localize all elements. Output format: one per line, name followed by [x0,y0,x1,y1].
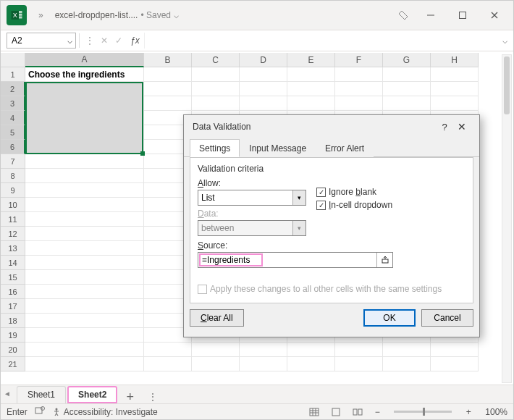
cell[interactable] [144,96,192,111]
zoom-slider[interactable] [394,411,452,413]
row-header[interactable]: 11 [1,212,25,227]
row-header[interactable]: 18 [1,314,25,328]
row-header[interactable]: 7 [1,154,25,169]
dialog-close-button[interactable]: ✕ [453,121,471,133]
row-header[interactable]: 16 [1,285,25,299]
row-header[interactable]: 9 [1,183,25,198]
cancel-formula-icon[interactable]: ✕ [97,35,111,46]
row-header[interactable]: 17 [1,299,25,314]
cell[interactable] [431,96,479,111]
cell[interactable] [25,241,144,256]
close-button[interactable] [479,4,510,27]
cell[interactable] [431,357,479,371]
cell[interactable] [25,357,144,371]
cell[interactable] [240,343,287,357]
cell[interactable]: Choose the ingredients [25,67,144,82]
accessibility-button[interactable]: Accessibility: Investigate [52,407,158,417]
sheet-tab[interactable]: Sheet1 [17,386,66,403]
row-header[interactable]: 14 [1,256,25,270]
cell[interactable] [383,96,431,111]
vertical-scrollbar[interactable] [502,54,512,383]
fx-label[interactable]: ƒx [126,35,144,46]
cell[interactable] [383,357,431,371]
select-all-corner[interactable] [1,53,25,67]
cell[interactable] [25,169,144,183]
cell[interactable] [431,343,479,357]
cell[interactable] [240,82,287,96]
cell[interactable] [25,227,144,241]
cell[interactable] [240,67,287,82]
expand-formula-icon[interactable]: ⌵ [500,35,513,46]
chevron-down-icon[interactable]: ⌵ [64,35,75,46]
cell[interactable] [431,67,479,82]
cell[interactable] [335,343,383,357]
row-header[interactable]: 6 [1,140,25,154]
cell[interactable] [25,256,144,270]
row-header[interactable]: 19 [1,328,25,343]
incell-dropdown-checkbox[interactable]: ✓ In-cell dropdown [316,200,392,210]
row-header[interactable]: 13 [1,241,25,256]
column-header[interactable]: F [335,53,383,67]
cell[interactable] [25,198,144,212]
cell[interactable] [335,357,383,371]
cell[interactable] [287,357,335,371]
row-header[interactable]: 8 [1,169,25,183]
chevron-down-icon[interactable]: ⌵ [174,10,179,20]
allow-combo[interactable]: List ▾ [198,190,306,206]
row-header[interactable]: 21 [1,357,25,371]
cell[interactable] [192,82,240,96]
enter-formula-icon[interactable]: ✓ [111,35,126,46]
cell[interactable] [144,357,192,371]
row-header[interactable]: 2 [1,82,25,96]
minimize-button[interactable] [415,4,447,27]
column-header[interactable]: B [144,53,192,67]
normal-view-icon[interactable] [307,406,321,418]
cell[interactable] [287,96,335,111]
document-name[interactable]: excel-dropdpen-list.... [55,10,138,20]
quick-action-icon[interactable] [392,4,415,27]
zoom-level[interactable]: 100% [485,407,507,417]
column-header[interactable]: H [431,53,479,67]
name-box[interactable]: A2 ⌵ [7,33,76,49]
cell[interactable] [240,96,287,111]
formula-input[interactable] [144,33,500,49]
row-header[interactable]: 20 [1,343,25,357]
cell[interactable] [144,343,192,357]
cell[interactable] [25,125,144,140]
column-header[interactable]: D [240,53,287,67]
new-sheet-button[interactable]: + [119,390,141,403]
source-input[interactable] [199,253,263,266]
tab-scroll-left-icon[interactable]: ◄ [4,390,12,398]
sheet-tab[interactable]: Sheet2 [67,386,117,403]
row-header[interactable]: 4 [1,111,25,125]
ok-button[interactable]: OK [363,309,416,327]
cell[interactable] [192,357,240,371]
cell[interactable] [383,343,431,357]
cell[interactable] [25,270,144,285]
cell[interactable] [431,82,479,96]
column-header[interactable]: A [25,53,144,67]
cell[interactable] [25,343,144,357]
cell[interactable] [287,343,335,357]
scrollbar-thumb[interactable] [504,56,510,114]
row-header[interactable]: 5 [1,125,25,140]
row-header[interactable]: 3 [1,96,25,111]
row-header[interactable]: 10 [1,198,25,212]
column-header[interactable]: C [192,53,240,67]
tab-settings[interactable]: Settings [190,139,240,157]
page-layout-view-icon[interactable] [329,406,343,418]
cell[interactable] [25,154,144,169]
cell[interactable] [192,343,240,357]
cell[interactable] [383,82,431,96]
cell[interactable] [144,67,192,82]
cell[interactable] [144,82,192,96]
cancel-button[interactable]: Cancel [421,309,473,327]
cell[interactable] [335,96,383,111]
cell[interactable] [25,183,144,198]
cell[interactable] [287,82,335,96]
cell[interactable] [287,67,335,82]
zoom-out-button[interactable]: − [372,407,382,417]
cell[interactable] [25,328,144,343]
cell[interactable] [192,96,240,111]
cell[interactable] [240,357,287,371]
